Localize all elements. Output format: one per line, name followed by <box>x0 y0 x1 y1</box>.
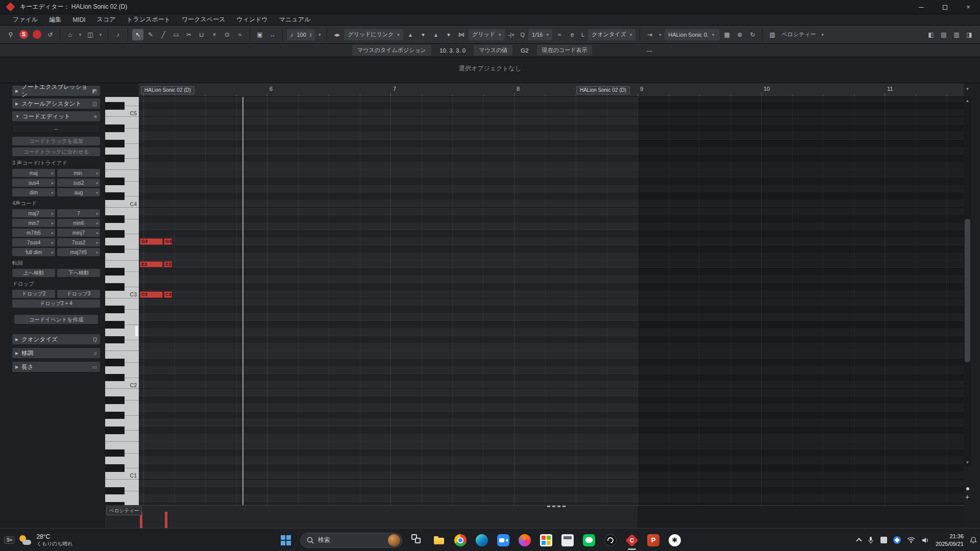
snap-toggle-icon[interactable]: ⋈ <box>456 29 467 40</box>
event-color-icon[interactable]: ▧ <box>767 29 778 40</box>
add-chord-track-button[interactable]: コードトラックを追加 <box>12 137 100 145</box>
black-key[interactable] <box>105 140 125 147</box>
insert-velocity-caret-icon[interactable]: ▾ <box>316 29 323 40</box>
menu-transport[interactable]: トランスポート <box>121 14 176 25</box>
glue-tool-icon[interactable]: ⊔ <box>196 29 207 40</box>
insert-velocity-control[interactable]: ♪ 100 ▴▾ <box>287 29 315 40</box>
line-tool-icon[interactable]: ╱ <box>158 29 169 40</box>
menu-manual[interactable]: マニュアル <box>274 14 316 25</box>
seventh-minj7-button[interactable]: minj7▸ <box>57 229 100 237</box>
ruler-options-icon[interactable]: ▾ <box>964 85 971 92</box>
chord-variant-arrow-icon[interactable]: ▸ <box>96 190 99 195</box>
black-key[interactable] <box>105 230 125 238</box>
black-key[interactable] <box>105 124 125 132</box>
left-zone-toggle-icon[interactable]: ◧ <box>925 29 937 40</box>
independent-loop-icon[interactable]: ↻ <box>747 29 758 40</box>
menu-score[interactable]: スコア <box>91 14 121 25</box>
pitch-visibility-caret-icon[interactable]: ▾ <box>97 29 104 40</box>
video-call-app-icon[interactable] <box>497 534 509 546</box>
tray-expand-chevron-icon[interactable] <box>856 538 862 543</box>
seventh-full-dim-button[interactable]: full dim▸ <box>12 248 55 256</box>
chord-variant-arrow-icon[interactable]: ▸ <box>52 211 54 216</box>
piano-keyboard[interactable]: C5C4C3C2C1 <box>105 97 139 505</box>
right-zone-toggle-icon[interactable]: ▥ <box>951 29 962 40</box>
volume-icon[interactable] <box>921 537 929 544</box>
chord-variant-arrow-icon[interactable]: ▸ <box>52 181 54 185</box>
black-key[interactable] <box>105 155 125 162</box>
chord-variant-arrow-icon[interactable]: ▸ <box>52 231 54 235</box>
event-color-caret-icon[interactable]: ▾ <box>820 29 826 40</box>
midi-note[interactable]: E3 <box>164 261 172 268</box>
seventh-min7-button[interactable]: min7▸ <box>12 219 55 227</box>
acoustic-feedback-icon[interactable]: ♪ <box>112 29 124 40</box>
lane-resize-dashes[interactable] <box>547 506 566 507</box>
chatgpt-icon[interactable]: ✱ <box>669 534 681 546</box>
object-selection-tool-icon[interactable]: ↖ <box>132 29 143 40</box>
powerpoint-icon[interactable]: P <box>647 534 659 546</box>
time-warp-tool-icon[interactable]: ≈ <box>234 29 246 40</box>
velocity-lane-label[interactable]: ベロシティー <box>106 507 142 515</box>
seventh-min6-button[interactable]: min6▸ <box>57 219 100 227</box>
move-up-icon[interactable]: ▴ <box>405 29 416 40</box>
draw-tool-icon[interactable]: ✎ <box>145 29 156 40</box>
black-key[interactable] <box>105 449 125 457</box>
seventh-7-button[interactable]: 7▸ <box>57 209 100 217</box>
drop--2-button[interactable]: ドロップ2 <box>12 290 55 298</box>
black-key[interactable] <box>105 215 125 223</box>
scroll-up-button[interactable]: ▲ <box>964 97 971 104</box>
quantize-panel-icon[interactable]: e <box>567 29 578 40</box>
seventh-maj7-5-button[interactable]: maj7#5▸ <box>57 248 100 256</box>
chord-variant-arrow-icon[interactable]: ▸ <box>96 211 99 216</box>
chord-variant-arrow-icon[interactable]: ▸ <box>52 190 54 195</box>
black-key[interactable] <box>105 427 125 434</box>
move-down-icon[interactable]: ▾ <box>418 29 429 40</box>
black-key[interactable] <box>105 359 125 366</box>
lower-zone-toggle-icon[interactable]: ▤ <box>938 29 949 40</box>
menu-midi[interactable]: MIDI <box>67 15 91 24</box>
grid-link-select[interactable]: グリッドにリンク ▾ <box>344 29 403 40</box>
black-key[interactable] <box>105 321 125 329</box>
inversion---button[interactable]: 上へ移動 <box>12 269 55 277</box>
black-key[interactable] <box>105 336 125 344</box>
window-layout-caret-icon[interactable]: ▾ <box>77 29 83 40</box>
scrollbar-thumb[interactable] <box>965 219 970 362</box>
chord-variant-arrow-icon[interactable]: ▸ <box>96 240 99 245</box>
mute-tool-icon[interactable]: × <box>209 29 220 40</box>
triad-dim-button[interactable]: dim▸ <box>12 188 55 196</box>
color-menu-icon[interactable]: ▣ <box>254 29 265 40</box>
triad-min--button[interactable]: min.▸ <box>57 169 100 177</box>
menu-file[interactable]: ファイル <box>7 14 43 25</box>
timeline-ruler[interactable]: HALion Sonic 02 (D) HALion Sonic 02 (D) … <box>139 83 964 97</box>
seventh-7sus2-button[interactable]: 7sus2▸ <box>57 238 100 246</box>
panel-chord-edit[interactable]: ▼ コードエディット ≡ <box>12 111 100 121</box>
black-key[interactable] <box>105 102 125 110</box>
black-key[interactable] <box>105 396 125 404</box>
calculator-icon[interactable] <box>561 534 574 546</box>
panel-scale-assistant[interactable]: ▶ スケールアシスタント ◫ <box>12 98 100 109</box>
notification-bell-icon[interactable] <box>970 536 977 544</box>
show-note-expression-icon[interactable]: ▦ <box>721 29 732 40</box>
black-key[interactable] <box>105 412 125 419</box>
chord-variant-arrow-icon[interactable]: ▸ <box>52 221 54 226</box>
black-key[interactable] <box>105 283 125 291</box>
tray-blue-app-icon[interactable] <box>893 536 901 544</box>
retrospective-record-icon[interactable]: ↺ <box>44 29 56 40</box>
browser-icon[interactable] <box>519 534 531 546</box>
chord-variant-arrow-icon[interactable]: ▸ <box>52 171 54 176</box>
scroll-down-button[interactable]: ▼ <box>964 459 971 466</box>
black-key[interactable] <box>105 374 125 382</box>
chord-variant-arrow-icon[interactable]: ▸ <box>96 231 99 235</box>
snap-relative-icon[interactable]: -|+ <box>506 32 517 38</box>
seventh-7sus4-button[interactable]: 7sus4▸ <box>12 238 55 246</box>
seventh-maj7-button[interactable]: maj7▸ <box>12 209 55 217</box>
setup-toolbar-icon[interactable]: ◨ <box>964 29 975 40</box>
midi-input-caret-icon[interactable]: ▾ <box>657 29 663 40</box>
velocity-lane[interactable] <box>139 505 964 528</box>
create-chord-event-button[interactable]: コードイベントを作成 <box>14 315 98 324</box>
chord-variant-arrow-icon[interactable]: ▸ <box>96 250 99 255</box>
black-key[interactable] <box>105 268 125 276</box>
search-box[interactable]: 検索 <box>300 533 402 548</box>
chord-variant-arrow-icon[interactable]: ▸ <box>96 221 99 226</box>
triad-sus4-button[interactable]: sus4▸ <box>12 179 55 187</box>
microsoft-app-icon[interactable] <box>540 534 552 546</box>
